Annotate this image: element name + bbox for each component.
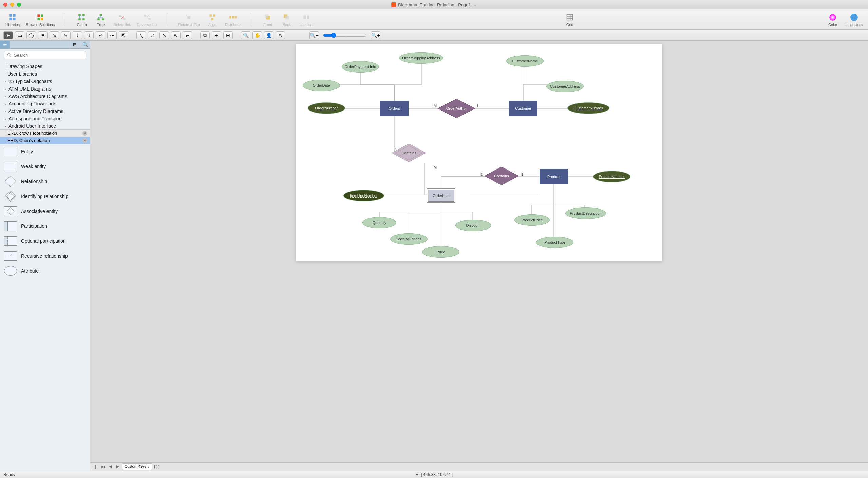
group2-button[interactable]: ⊞: [212, 31, 221, 39]
palette-participation[interactable]: Participation: [0, 219, 90, 234]
rel-contains1[interactable]: Contains: [392, 144, 426, 162]
sidebar-tab-grid[interactable]: ⊞: [70, 41, 80, 48]
lib-item[interactable]: ATM UML Diagrams: [0, 85, 90, 93]
connector4-button[interactable]: ⤵: [84, 31, 94, 39]
document-icon: [391, 2, 396, 7]
page-tabs: ‖ ⏮ ◀ ▶ Custom 49% ⇳ ▮▯▯: [90, 462, 868, 471]
prev-page-button[interactable]: ◀: [107, 464, 113, 470]
text-tool-button[interactable]: ≡: [38, 31, 48, 39]
lib-item[interactable]: Active Directory Diagrams: [0, 107, 90, 115]
attr-producttype[interactable]: ProductType: [536, 237, 573, 248]
entity-orderitem[interactable]: OrderItem: [427, 188, 455, 203]
attr-productprice[interactable]: ProductPrice: [514, 214, 550, 226]
collapse-button[interactable]: ‖: [92, 464, 98, 470]
attr-productnumber[interactable]: ProductNumber: [593, 171, 630, 182]
close-icon[interactable]: ✕: [82, 131, 87, 136]
eyedropper-button[interactable]: 👤: [264, 31, 273, 39]
lib-tab-chen[interactable]: ERD, Chen's notation ✕: [0, 137, 90, 144]
page-indicator[interactable]: ▮▯▯: [154, 464, 160, 470]
attr-orderdate[interactable]: OrderDate: [303, 80, 340, 91]
attr-productdescription[interactable]: ProductDescription: [565, 207, 606, 219]
rel-orderauthor[interactable]: OrderAuthor: [438, 99, 475, 118]
line1-button[interactable]: ╲: [136, 31, 146, 39]
rect-tool-button[interactable]: ▭: [15, 31, 24, 39]
palette-identifying-relationship[interactable]: Identifying relationship: [0, 189, 90, 204]
lib-item[interactable]: Drawing Shapes: [0, 63, 90, 70]
pan-tool-button[interactable]: ✋: [252, 31, 262, 39]
attr-customernumber[interactable]: CustomerNumber: [567, 102, 609, 114]
tree-button[interactable]: Tree: [92, 12, 109, 27]
palette-entity[interactable]: Entity: [0, 144, 90, 159]
line3-button[interactable]: ⤡: [159, 31, 169, 39]
attr-ordernumber[interactable]: OrderNumber: [308, 102, 345, 114]
lib-item[interactable]: User Libraries: [0, 70, 90, 78]
connector6-button[interactable]: ⤳: [107, 31, 117, 39]
connector5-button[interactable]: ⤶: [96, 31, 105, 39]
palette-associative-entity[interactable]: Associative entity: [0, 204, 90, 219]
minimize-window-button[interactable]: [10, 3, 14, 7]
first-page-button[interactable]: ⏮: [100, 464, 106, 470]
attr-price[interactable]: Price: [422, 246, 459, 258]
next-page-button[interactable]: ▶: [115, 464, 121, 470]
attr-itemlinenumber[interactable]: ItemLineNumber: [343, 190, 384, 201]
pencil-button[interactable]: ✎: [276, 31, 285, 39]
palette-weak-entity[interactable]: Weak entity: [0, 159, 90, 174]
svg-rect-28: [265, 14, 268, 18]
palette-recursive-relationship[interactable]: Recursive relationship: [0, 248, 90, 263]
sidebar-tab-search[interactable]: 🔍: [80, 41, 90, 48]
color-icon: [828, 13, 837, 22]
zoom-out-button[interactable]: 🔍−: [309, 31, 319, 39]
chevron-down-icon[interactable]: ⌄: [473, 2, 477, 7]
group3-button[interactable]: ⊟: [223, 31, 233, 39]
close-window-button[interactable]: [3, 3, 7, 7]
palette-relationship[interactable]: Relationship: [0, 174, 90, 189]
ellipse-tool-button[interactable]: ◯: [26, 31, 36, 39]
entity-product[interactable]: Product: [540, 169, 568, 184]
attr-specialoptions[interactable]: SpecialOptions: [390, 233, 428, 245]
pointer-tool-button[interactable]: ➤: [3, 31, 13, 39]
connector3-button[interactable]: ⤴: [73, 31, 82, 39]
lib-tab-crow[interactable]: ERD, crow's foot notation ✕: [0, 129, 90, 137]
attr-customername[interactable]: CustomerName: [506, 55, 544, 67]
attr-ordershipping[interactable]: OrderShippingAddress: [399, 52, 443, 64]
maximize-window-button[interactable]: [17, 3, 21, 7]
attr-discount[interactable]: Discount: [455, 220, 491, 231]
libraries-button[interactable]: Libraries: [3, 12, 22, 27]
grid-button[interactable]: Grid: [561, 12, 578, 27]
attr-orderpayment[interactable]: OrderPayment Info: [342, 61, 379, 73]
canvas-page[interactable]: OrderDate OrderPayment Info OrderShippin…: [296, 44, 662, 261]
lib-item[interactable]: Accounting Flowcharts: [0, 100, 90, 107]
palette-attribute[interactable]: Attribute: [0, 263, 90, 278]
connector1-button[interactable]: ↘: [50, 31, 59, 39]
canvas-scroll[interactable]: OrderDate OrderPayment Info OrderShippin…: [90, 41, 868, 462]
cardinality: 1: [480, 172, 483, 176]
zoom-dropdown[interactable]: Custom 49% ⇳: [122, 463, 152, 470]
zoom-tool-button[interactable]: 🔍: [241, 31, 250, 39]
zoom-in-button[interactable]: 🔍+: [371, 31, 380, 39]
line4-button[interactable]: ∿: [171, 31, 181, 39]
connector2-button[interactable]: ⤷: [61, 31, 71, 39]
inspectors-button[interactable]: i Inspectors: [843, 12, 865, 27]
color-button[interactable]: Color: [824, 12, 841, 27]
close-icon[interactable]: ✕: [82, 138, 87, 143]
attr-customeraddress[interactable]: CustomerAddress: [546, 81, 584, 92]
browse-solutions-button[interactable]: Browse Solutions: [24, 12, 57, 27]
rel-contains2[interactable]: Contains: [485, 167, 518, 185]
entity-customer[interactable]: Customer: [509, 101, 537, 116]
line5-button[interactable]: ⩫: [183, 31, 192, 39]
sidebar-tab-shapes[interactable]: ☰: [0, 41, 10, 48]
group1-button[interactable]: ⧉: [200, 31, 210, 39]
search-input[interactable]: [4, 51, 86, 59]
entity-orders[interactable]: Orders: [380, 101, 409, 116]
lib-item[interactable]: AWS Architecture Diagrams: [0, 93, 90, 100]
lib-item[interactable]: Aerospace and Transport: [0, 115, 90, 122]
attr-quantity[interactable]: Quantity: [362, 217, 396, 228]
lib-item[interactable]: Android User Interface: [0, 122, 90, 129]
library-tree[interactable]: Drawing Shapes User Libraries 25 Typical…: [0, 61, 90, 129]
lib-item[interactable]: 25 Typical Orgcharts: [0, 78, 90, 85]
chain-button[interactable]: Chain: [73, 12, 90, 27]
zoom-slider[interactable]: [323, 33, 367, 38]
connector7-button[interactable]: ⇱: [119, 31, 128, 39]
palette-optional-participation[interactable]: Optional participation: [0, 234, 90, 248]
line2-button[interactable]: ⟋: [148, 31, 157, 39]
